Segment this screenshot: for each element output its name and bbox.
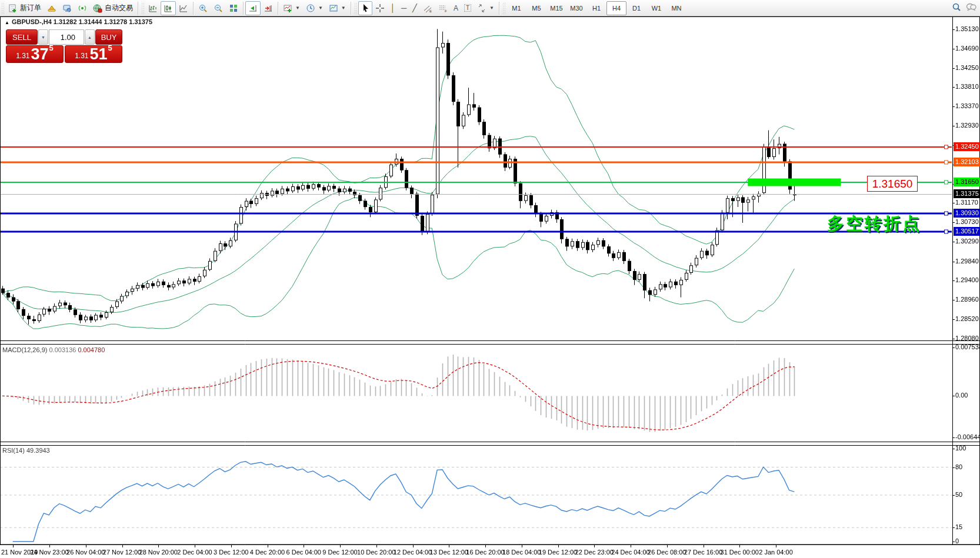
zoom-out-button[interactable]	[211, 1, 226, 15]
candlestick-icon	[164, 4, 173, 13]
chart-shift-button[interactable]	[261, 1, 276, 15]
candlestick-button[interactable]	[161, 1, 176, 15]
sell-price-prefix: 1.31	[16, 50, 29, 62]
horizontal-line-button[interactable]: ─	[398, 1, 409, 15]
timeframe-m1-button[interactable]: M1	[506, 1, 526, 15]
text-button[interactable]: A	[451, 1, 461, 15]
one-click-trade-panel: SELL ▼ 1.00 ▲ BUY 1.31375 1.31515	[6, 29, 122, 63]
cursor-button[interactable]	[358, 1, 372, 15]
templates-button[interactable]: ▼	[326, 1, 349, 15]
price-level-label[interactable]: 1.31650	[867, 176, 918, 192]
search-icon[interactable]	[952, 2, 961, 14]
timeframe-m5-button[interactable]: M5	[526, 1, 546, 15]
zoom-in-button[interactable]	[195, 1, 211, 15]
timeframe-h4-button[interactable]: H4	[606, 1, 626, 15]
toolbar: 新订单 自动交易	[0, 0, 980, 16]
cursor-icon	[361, 4, 369, 13]
toolbar-grip	[502, 2, 505, 14]
toolbar-separator	[499, 2, 499, 15]
line-chart-button[interactable]	[176, 1, 191, 15]
timeframe-m30-button[interactable]: M30	[566, 1, 586, 15]
timeframe-mn-button[interactable]: MN	[666, 1, 686, 15]
svg-text:E: E	[429, 9, 432, 13]
channel-button[interactable]: E	[420, 1, 435, 15]
sell-button[interactable]: SELL	[6, 29, 38, 45]
volume-down-button[interactable]: ▼	[38, 29, 48, 45]
periods-button[interactable]: ▼	[303, 1, 326, 15]
buy-price-point: 5	[108, 39, 112, 57]
crosshair-icon	[375, 4, 385, 13]
autotrading-icon	[93, 4, 102, 13]
toolbar-separator	[193, 2, 194, 15]
market-watch-button[interactable]	[44, 1, 59, 15]
timeframe-h1-button[interactable]: H1	[586, 1, 606, 15]
auto-scroll-button[interactable]	[245, 1, 261, 15]
terminal-button[interactable]	[59, 1, 75, 15]
auto-scroll-icon	[248, 4, 258, 13]
vertical-line-button[interactable]: │	[388, 1, 398, 15]
collapse-triangle-icon[interactable]: ▲	[5, 20, 9, 25]
vertical-line-icon: │	[391, 4, 395, 12]
annotation-text[interactable]: 多空转折点	[827, 212, 921, 236]
timeframe-m15-button[interactable]: M15	[546, 1, 566, 15]
terminal-icon	[62, 4, 72, 13]
horizontal-line-icon: ─	[401, 4, 406, 12]
bar-chart-icon	[148, 4, 158, 13]
fibonacci-button[interactable]: F	[435, 1, 451, 15]
text-label-button[interactable]: T	[461, 1, 474, 15]
timeframe-w1-button[interactable]: W1	[646, 1, 666, 15]
svg-text:F: F	[445, 9, 447, 13]
fibonacci-icon: F	[438, 4, 448, 13]
sell-price-pips: 37	[31, 46, 49, 62]
arrows-button[interactable]: ▼	[474, 1, 497, 15]
gold-icon	[47, 4, 56, 13]
text-icon: A	[454, 5, 458, 12]
trendline-button[interactable]: ╱	[409, 1, 420, 15]
chevron-down-icon: ▼	[295, 5, 300, 11]
buy-price-pips: 51	[90, 46, 108, 62]
chevron-down-icon: ▼	[318, 5, 323, 11]
toolbar-separator	[138, 2, 138, 15]
autotrading-button[interactable]: 自动交易	[90, 1, 136, 15]
buy-price-prefix: 1.31	[75, 50, 88, 62]
text-label-icon: T	[464, 4, 471, 12]
buy-price-quote[interactable]: 1.31515	[65, 45, 122, 63]
trendline-icon: ╱	[412, 4, 417, 12]
symbol-ohlc-text: GBPUSD-,H4 1.31282 1.31444 1.31278 1.313…	[12, 18, 152, 25]
mt4-window: 新订单 自动交易	[0, 0, 980, 558]
toolbar-grip	[1, 2, 4, 14]
rsi-header: RSI(14) 49.3943	[2, 447, 50, 454]
strategy-tester-button[interactable]	[75, 1, 90, 15]
macd-header: MACD(12,26,9) 0.003136 0.004780	[2, 346, 105, 353]
new-order-label: 新订单	[20, 3, 41, 13]
macd-main-value: 0.003136	[49, 346, 76, 353]
line-chart-icon	[179, 4, 188, 13]
indicators-icon	[283, 4, 292, 13]
new-order-button[interactable]: 新订单	[5, 1, 44, 15]
timeframe-d1-button[interactable]: D1	[626, 1, 646, 15]
bar-chart-button[interactable]	[145, 1, 161, 15]
zoom-out-icon	[214, 4, 223, 13]
tile-windows-button[interactable]	[226, 1, 241, 15]
toolbar-separator	[243, 2, 244, 15]
toolbar-separator	[278, 2, 278, 15]
zoom-in-icon	[198, 4, 208, 13]
chevron-down-icon: ▼	[341, 5, 346, 11]
rsi-value: 49.3943	[26, 447, 50, 454]
autotrading-label: 自动交易	[105, 3, 133, 13]
volume-up-button[interactable]: ▲	[85, 29, 95, 45]
toolbar-separator	[351, 2, 351, 15]
toolbar-grip	[354, 2, 357, 14]
channel-icon: E	[423, 4, 432, 13]
volume-input[interactable]: 1.00	[49, 29, 84, 45]
indicators-button[interactable]: ▼	[280, 1, 303, 15]
sell-price-quote[interactable]: 1.31375	[6, 45, 64, 63]
chart-canvas[interactable]	[0, 0, 980, 558]
chart-title: ▲GBPUSD-,H4 1.31282 1.31444 1.31278 1.31…	[5, 18, 152, 25]
chat-icon[interactable]	[966, 2, 976, 14]
signal-icon	[78, 4, 87, 13]
clock-icon	[306, 4, 315, 13]
template-icon	[329, 4, 338, 13]
crosshair-button[interactable]	[372, 1, 388, 15]
new-order-icon	[8, 4, 18, 13]
